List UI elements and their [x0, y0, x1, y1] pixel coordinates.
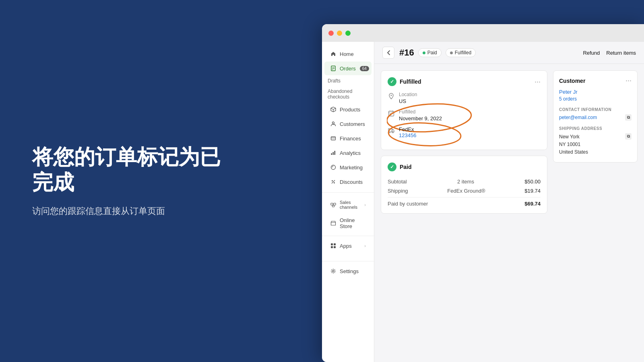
close-button-icon[interactable]	[328, 31, 334, 36]
contact-email-row: peter@email.com ⧉	[559, 114, 632, 121]
right-column: Customer ··· Peter Jr 5 orders CONTACT I…	[553, 70, 638, 356]
paid-total-row: Paid by customer $69.74	[388, 197, 541, 207]
svg-point-7	[332, 122, 334, 124]
svg-rect-20	[331, 243, 333, 245]
products-icon	[330, 106, 336, 113]
browser-titlebar	[322, 24, 644, 42]
sidebar-item-drafts[interactable]: Drafts	[322, 76, 374, 86]
svg-rect-21	[334, 243, 336, 245]
svg-rect-10	[331, 153, 332, 155]
fulfilled-card-header: ✓ Fulfilled ···	[388, 77, 541, 86]
copy-email-button[interactable]: ⧉	[625, 114, 632, 121]
apps-chevron-icon: ›	[364, 243, 366, 248]
return-items-button[interactable]: Return items	[606, 50, 636, 56]
svg-point-33	[392, 132, 394, 133]
copy-address-button[interactable]: ⧉	[625, 133, 632, 140]
fedex-content: FedEx 123456	[399, 126, 541, 138]
sidebar-item-finances[interactable]: Finances	[324, 132, 372, 145]
fulfilled-dot	[450, 51, 453, 54]
back-button[interactable]	[382, 47, 394, 59]
svg-point-15	[334, 182, 335, 183]
sidebar-item-analytics[interactable]: Analytics	[324, 146, 372, 160]
paid-card-header: ✓ Paid	[388, 162, 541, 171]
sidebar-item-abandoned[interactable]: Abandoned checkouts	[322, 86, 374, 102]
svg-rect-11	[333, 152, 334, 155]
browser-content: Home Orders 64 Drafts Abandoned	[322, 42, 644, 362]
home-icon	[330, 51, 336, 57]
svg-rect-18	[334, 203, 336, 205]
svg-rect-19	[332, 206, 334, 207]
order-title-row: #16 Paid Fulfilled	[399, 47, 476, 58]
paid-check-icon: ✓	[388, 162, 396, 171]
fulfilled-more-button[interactable]: ···	[535, 78, 541, 86]
paid-badge: Paid	[418, 48, 442, 57]
sidebar-item-orders[interactable]: Orders 64	[324, 62, 372, 75]
fulfilled-date-icon	[388, 110, 395, 117]
main-content: #16 Paid Fulfilled Refund Return items	[374, 42, 644, 362]
left-column: ✓ Fulfilled ···	[381, 70, 547, 356]
tracking-link[interactable]: 123456	[399, 132, 541, 138]
svg-line-6	[333, 108, 336, 109]
fulfilled-card: ✓ Fulfilled ···	[381, 70, 547, 150]
orders-icon	[330, 65, 336, 72]
svg-rect-17	[331, 203, 333, 205]
contact-info-title: CONTACT INFORMATION	[559, 107, 632, 112]
sidebar-item-discounts[interactable]: Discounts	[324, 175, 372, 189]
main-subtitle: 访问您的跟踪信息直接从订单页面	[32, 204, 229, 218]
sidebar-item-settings[interactable]: Settings	[324, 264, 372, 278]
location-content: Location US	[399, 92, 541, 104]
svg-rect-8	[331, 137, 336, 140]
minimize-button-icon[interactable]	[337, 31, 342, 36]
fulfilled-card-title: ✓ Fulfilled	[388, 77, 421, 86]
sidebar-item-home[interactable]: Home	[324, 47, 372, 61]
browser-window: Home Orders 64 Drafts Abandoned	[322, 24, 644, 362]
customer-email[interactable]: peter@email.com	[559, 115, 597, 120]
sidebar-item-products[interactable]: Products	[324, 103, 372, 116]
fullscreen-button-icon[interactable]	[345, 31, 351, 36]
orders-badge: 64	[360, 66, 369, 71]
shipping-row: Shipping FedEx Ground® $19.74	[388, 186, 541, 195]
fedex-row: FedEx 123456	[388, 126, 541, 138]
marketing-icon	[330, 164, 336, 171]
svg-rect-12	[334, 151, 336, 155]
chevron-right-icon: ›	[364, 202, 366, 207]
customer-name-link[interactable]: Peter Jr	[559, 89, 632, 95]
analytics-icon	[330, 150, 336, 156]
finances-icon	[330, 135, 336, 142]
svg-rect-22	[331, 246, 333, 248]
main-header: #16 Paid Fulfilled Refund Return items	[374, 42, 644, 64]
customer-card: Customer ··· Peter Jr 5 orders CONTACT I…	[553, 70, 638, 162]
online-store-icon	[330, 220, 336, 226]
customer-more-button[interactable]: ···	[625, 76, 632, 85]
customer-orders-link[interactable]: 5 orders	[559, 96, 632, 102]
sidebar-item-sales-channels[interactable]: Sales channels ›	[324, 196, 372, 213]
svg-point-14	[332, 180, 333, 181]
paid-dot	[423, 51, 425, 54]
sidebar-item-marketing[interactable]: Marketing	[324, 160, 372, 174]
apps-icon	[330, 243, 336, 249]
refund-button[interactable]: Refund	[583, 50, 600, 56]
main-title: 将您的订单标记为已完成	[32, 144, 229, 195]
svg-point-24	[332, 270, 334, 272]
shipping-address-row: New York NY 10001 United States ⧉	[559, 133, 632, 156]
customer-card-header: Customer ···	[559, 76, 632, 85]
fulfilled-date-row: Fulfilled November 9, 2022	[388, 109, 541, 121]
header-left: #16 Paid Fulfilled	[382, 47, 476, 59]
fulfilled-check-icon: ✓	[388, 77, 396, 86]
sidebar-item-online-store[interactable]: Online Store	[324, 214, 372, 233]
sidebar-item-customers[interactable]: Customers	[324, 117, 372, 131]
location-icon	[388, 93, 395, 100]
truck-icon	[388, 127, 395, 134]
location-row: Location US	[388, 92, 541, 104]
sales-channels-icon	[330, 202, 336, 208]
settings-icon	[330, 268, 336, 274]
sidebar-item-apps[interactable]: Apps ›	[324, 239, 372, 253]
shipping-address-text: New York NY 10001 United States	[559, 133, 588, 156]
svg-point-25	[391, 95, 392, 96]
customers-icon	[330, 121, 336, 127]
left-panel: 将您的订单标记为已完成 访问您的跟踪信息直接从订单页面	[0, 0, 262, 362]
svg-rect-23	[334, 246, 336, 248]
shipping-address-title: SHIPPING ADDRESS	[559, 126, 632, 131]
svg-point-13	[331, 165, 336, 170]
subtotal-row: Subtotal 2 items $50.00	[388, 177, 541, 186]
